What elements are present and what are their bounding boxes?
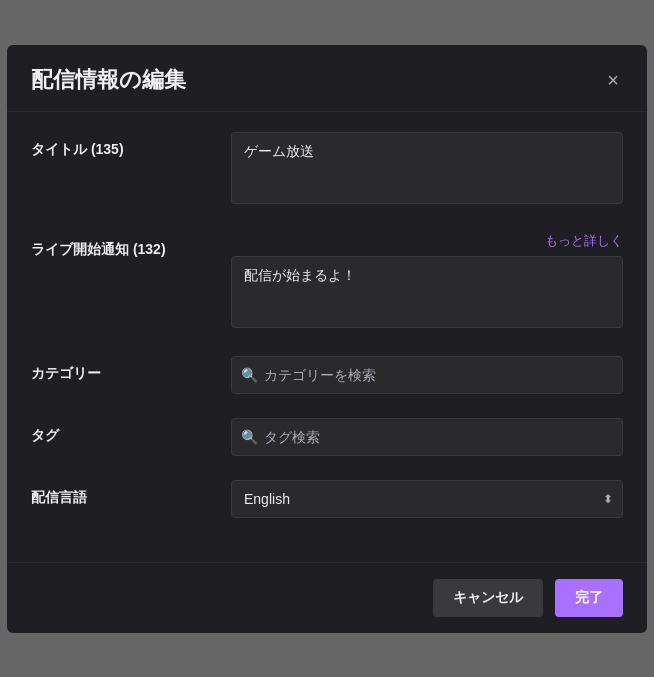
tags-search-input[interactable] [231, 418, 623, 456]
language-section: 配信言語 English日本語한국어中文FrançaisDeutschEspañ… [31, 480, 623, 518]
title-input[interactable]: ゲーム放送 [231, 132, 623, 204]
tags-label-col: タグ [31, 418, 231, 445]
category-control-col: 🔍 [231, 356, 623, 394]
cancel-button[interactable]: キャンセル [433, 579, 543, 617]
title-section: タイトル (135) ゲーム放送 [31, 132, 623, 208]
language-select[interactable]: English日本語한국어中文FrançaisDeutschEspañol [231, 480, 623, 518]
title-control-col: ゲーム放送 [231, 132, 623, 208]
notification-input[interactable]: 配信が始まるよ！ [231, 256, 623, 328]
notification-label: ライブ開始通知 (132) [31, 241, 166, 257]
title-label: タイトル (135) [31, 141, 124, 157]
language-label-col: 配信言語 [31, 480, 231, 507]
tags-label: タグ [31, 427, 59, 443]
tags-search-wrapper: 🔍 [231, 418, 623, 456]
notification-section: ライブ開始通知 (132) もっと詳しく 配信が始まるよ！ [31, 232, 623, 332]
modal-body: タイトル (135) ゲーム放送 ライブ開始通知 (132) もっと詳しく 配信… [7, 112, 647, 562]
category-section: カテゴリー 🔍 [31, 356, 623, 394]
more-details-link[interactable]: もっと詳しく [545, 232, 623, 250]
notification-control-col: もっと詳しく 配信が始まるよ！ [231, 232, 623, 332]
language-control-col: English日本語한국어中文FrançaisDeutschEspañol ⬍ [231, 480, 623, 518]
title-label-col: タイトル (135) [31, 132, 231, 159]
category-label-col: カテゴリー [31, 356, 231, 383]
tags-control-col: 🔍 [231, 418, 623, 456]
modal-title: 配信情報の編集 [31, 65, 186, 95]
tags-section: タグ 🔍 [31, 418, 623, 456]
language-select-wrapper: English日本語한국어中文FrançaisDeutschEspañol ⬍ [231, 480, 623, 518]
notification-label-col: ライブ開始通知 (132) [31, 232, 231, 259]
done-button[interactable]: 完了 [555, 579, 623, 617]
modal-overlay: 配信情報の編集 × タイトル (135) ゲーム放送 ライブ開始通知 (132) [0, 0, 654, 677]
category-label: カテゴリー [31, 365, 101, 381]
close-icon: × [607, 70, 619, 90]
language-label: 配信言語 [31, 489, 87, 505]
category-search-input[interactable] [231, 356, 623, 394]
close-button[interactable]: × [603, 66, 623, 94]
modal-footer: キャンセル 完了 [7, 562, 647, 633]
category-search-wrapper: 🔍 [231, 356, 623, 394]
modal-dialog: 配信情報の編集 × タイトル (135) ゲーム放送 ライブ開始通知 (132) [7, 45, 647, 633]
modal-header: 配信情報の編集 × [7, 45, 647, 112]
notification-header: もっと詳しく [231, 232, 623, 250]
